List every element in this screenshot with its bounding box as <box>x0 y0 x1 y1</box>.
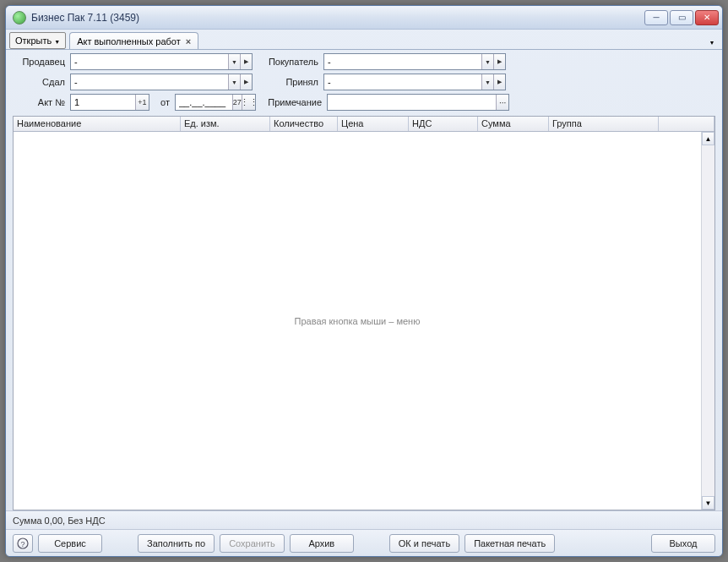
scroll-up-button[interactable]: ▲ <box>702 132 714 145</box>
date-input[interactable] <box>176 95 232 110</box>
date-grid-icon[interactable]: ⋮⋮ <box>242 95 255 110</box>
grid-column-header[interactable]: Наименование <box>14 117 181 131</box>
buyer-input[interactable] <box>324 54 481 69</box>
buyer-label: Покупатель <box>258 57 318 67</box>
open-menu-label: Открыть <box>15 35 52 46</box>
window-controls: ─ ▭ ✕ <box>644 10 719 25</box>
data-grid: НаименованиеЕд. изм.КоличествоЦенаНДССум… <box>13 116 715 510</box>
main-window: Бизнес Пак 7.11 (3459) ─ ▭ ✕ Открыть Акт… <box>5 5 723 557</box>
svg-text:?: ? <box>20 539 24 548</box>
grid-header: НаименованиеЕд. изм.КоличествоЦенаНДССум… <box>14 117 714 132</box>
close-button[interactable]: ✕ <box>695 10 719 25</box>
help-button[interactable]: ? <box>13 534 33 553</box>
document-tab[interactable]: Акт выполненных работ × <box>69 32 198 49</box>
grid-body[interactable]: Правая кнопка мыши – меню ▲ ▼ <box>14 132 714 510</box>
ok-print-button[interactable]: ОК и печать <box>389 534 459 553</box>
grid-column-header[interactable]: НДС <box>409 117 478 131</box>
grid-empty-hint: Правая кнопка мыши – меню <box>14 132 701 510</box>
service-button[interactable]: Сервис <box>38 534 102 553</box>
gave-open-icon[interactable] <box>240 74 252 90</box>
status-text: Сумма 0,00, Без НДС <box>13 516 106 526</box>
gave-dropdown-icon[interactable] <box>228 74 240 90</box>
form-row-3: Акт № +1 от 27 ⋮⋮ Примечание ··· <box>13 94 715 111</box>
accepted-dropdown-icon[interactable] <box>481 74 493 90</box>
exit-button[interactable]: Выход <box>651 534 715 553</box>
form-row-2: Сдал Принял <box>13 74 715 90</box>
grid-column-header[interactable]: Группа <box>549 117 659 131</box>
tab-bar: Открыть Акт выполненных работ × <box>6 30 722 50</box>
accepted-label: Принял <box>258 77 318 87</box>
fill-button[interactable]: Заполнить по <box>138 534 215 553</box>
titlebar: Бизнес Пак 7.11 (3459) ─ ▭ ✕ <box>6 6 722 30</box>
status-bar: Сумма 0,00, Без НДС <box>6 510 722 529</box>
gave-label: Сдал <box>13 77 65 87</box>
help-icon: ? <box>17 537 29 549</box>
buyer-open-icon[interactable] <box>493 54 505 69</box>
seller-open-icon[interactable] <box>240 54 252 69</box>
form-row-1: Продавец Покупатель <box>13 53 715 70</box>
minimize-button[interactable]: ─ <box>644 10 668 25</box>
gave-combo[interactable] <box>70 74 253 90</box>
act-label: Акт № <box>13 97 65 107</box>
seller-combo[interactable] <box>70 53 253 70</box>
chevron-down-icon <box>54 35 60 46</box>
tab-list-dropdown[interactable] <box>705 35 719 49</box>
grid-column-header[interactable]: Количество <box>270 117 338 131</box>
date-field[interactable]: 27 ⋮⋮ <box>175 94 256 111</box>
accepted-input[interactable] <box>324 74 481 90</box>
seller-input[interactable] <box>71 54 228 69</box>
close-tab-icon[interactable]: × <box>186 36 191 46</box>
gave-input[interactable] <box>71 74 228 90</box>
bottom-toolbar: ? Сервис Заполнить по Сохранить Архив ОК… <box>6 529 722 556</box>
archive-button[interactable]: Архив <box>290 534 354 553</box>
from-label: от <box>155 97 170 107</box>
note-label: Примечание <box>261 97 322 107</box>
grid-column-header[interactable]: Сумма <box>478 117 549 131</box>
vertical-scrollbar[interactable]: ▲ ▼ <box>701 132 714 510</box>
accepted-open-icon[interactable] <box>493 74 505 90</box>
act-increment-button[interactable]: +1 <box>135 95 149 110</box>
buyer-dropdown-icon[interactable] <box>481 54 493 69</box>
app-icon <box>13 11 26 25</box>
note-expand-button[interactable]: ··· <box>496 95 508 110</box>
batch-print-button[interactable]: Пакетная печать <box>465 534 555 553</box>
scroll-track[interactable] <box>702 145 714 496</box>
form-area: Продавец Покупатель Сдал Принял <box>6 50 722 114</box>
grid-column-header[interactable]: Ед. изм. <box>181 117 270 131</box>
act-number-input[interactable] <box>71 95 135 110</box>
note-input[interactable] <box>328 95 496 110</box>
note-field[interactable]: ··· <box>327 94 509 111</box>
save-button[interactable]: Сохранить <box>220 534 285 553</box>
seller-dropdown-icon[interactable] <box>228 54 240 69</box>
seller-label: Продавец <box>13 57 65 67</box>
window-title: Бизнес Пак 7.11 (3459) <box>31 12 644 24</box>
maximize-button[interactable]: ▭ <box>670 10 693 25</box>
grid-column-filler <box>659 117 714 131</box>
act-number-field[interactable]: +1 <box>70 94 149 111</box>
accepted-combo[interactable] <box>323 74 506 90</box>
buyer-combo[interactable] <box>323 53 506 70</box>
open-menu-button[interactable]: Открыть <box>9 32 66 49</box>
document-tab-label: Акт выполненных работ <box>77 36 181 46</box>
scroll-down-button[interactable]: ▼ <box>702 496 714 510</box>
grid-column-header[interactable]: Цена <box>338 117 409 131</box>
